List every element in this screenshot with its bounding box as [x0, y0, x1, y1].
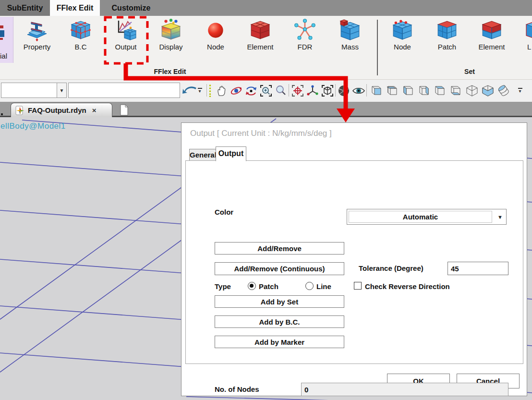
- ribbon-button-mass[interactable]: Mass: [329, 18, 371, 61]
- ribbon-button-label: ial: [0, 52, 13, 60]
- view-bottom-icon[interactable]: [449, 83, 463, 98]
- view-cylinder-icon[interactable]: [496, 83, 510, 98]
- fit-target-icon[interactable]: [290, 83, 304, 98]
- no-of-nodes-field: [301, 383, 508, 396]
- document-tab-active[interactable]: FAQ-Output.rdyn ×: [11, 103, 112, 117]
- cube-fit-icon[interactable]: [320, 83, 334, 98]
- render-aperture-icon[interactable]: [337, 83, 351, 98]
- ribbon-button-label: Property: [16, 43, 58, 51]
- application-window: SubEntity FFlex Edit Customize ial: [0, 0, 532, 400]
- view-front-icon[interactable]: [370, 83, 384, 98]
- ribbon-button-property[interactable]: Property: [16, 18, 58, 61]
- dialog-tab-general-label: General: [190, 151, 217, 159]
- add-by-marker-button[interactable]: Add by Marker: [215, 336, 344, 348]
- toolbar-combo-input[interactable]: [1, 83, 57, 98]
- ribbon-button-node[interactable]: Node: [195, 18, 236, 61]
- ribbon-button-label: Mass: [329, 43, 371, 51]
- pan-hand-icon[interactable]: [214, 83, 228, 98]
- element-red-cube-icon: [249, 18, 272, 41]
- ribbon-button-element[interactable]: Element: [240, 18, 281, 61]
- output-tab-panel: Color Automatic ▼ Add/Remove Add/Remove …: [185, 160, 523, 364]
- ribbon-button-label: B.C: [60, 43, 101, 51]
- ribbon-button-label: Patch: [426, 43, 468, 51]
- ribbon-button-label: Element: [471, 43, 512, 51]
- dropdown-arrow-icon: ▼: [497, 214, 503, 220]
- set-line-cube-icon: [524, 18, 532, 41]
- zoom-icon[interactable]: [274, 83, 288, 98]
- triad-icon[interactable]: [305, 83, 319, 98]
- display-rainbow-cube-icon: [159, 18, 182, 41]
- tab-fflex-edit[interactable]: FFlex Edit: [50, 0, 100, 16]
- toolbar-combo-dropdown-button[interactable]: ▼: [57, 83, 67, 98]
- material-icon: [0, 24, 7, 43]
- hidden-tab-indicator: [1, 113, 3, 115]
- toolbar-overflow-chevron-icon[interactable]: ▾: [517, 83, 523, 98]
- ribbon-button-set-element[interactable]: Element: [471, 18, 512, 61]
- view-iso-shaded-icon[interactable]: [481, 83, 495, 98]
- set-node-cube-icon: [391, 18, 414, 41]
- output-dialog: Output [ Current Unit : N/kg/mm/s/deg ] …: [181, 122, 527, 396]
- rdyn-file-icon: [15, 106, 24, 115]
- output-chart-cube-icon: [114, 18, 137, 41]
- fdr-star-icon: [293, 18, 316, 41]
- ribbon-button-set-patch[interactable]: Patch: [426, 18, 468, 61]
- type-label: Type: [215, 282, 231, 291]
- dialog-tab-output[interactable]: Output: [216, 146, 246, 161]
- add-by-bc-button[interactable]: Add by B.C.: [215, 315, 344, 328]
- undo-dropdown-chevron-icon[interactable]: ▾: [196, 83, 203, 98]
- type-radio-patch-label: Patch: [259, 282, 278, 291]
- ribbon: ial Property: [0, 16, 532, 80]
- blank-page-icon: [119, 104, 129, 116]
- ribbon-button-label: Node: [195, 43, 236, 51]
- color-label: Color: [215, 208, 233, 216]
- ribbon-button-label: L: [515, 43, 532, 51]
- ribbon-button-set-node[interactable]: Node: [382, 18, 423, 61]
- ribbon-button-label: Display: [150, 43, 192, 51]
- color-dropdown-value: Automatic: [349, 211, 492, 223]
- ribbon-button-bc[interactable]: B.C: [60, 18, 101, 61]
- check-reverse-direction-label: Check Reverse Direction: [365, 282, 450, 291]
- mass-cube-icon: [339, 18, 362, 41]
- tolerance-input[interactable]: [447, 262, 508, 275]
- ribbon-button-display[interactable]: Display: [150, 18, 192, 61]
- ribbon-button-set-line-partial[interactable]: L: [515, 18, 532, 61]
- type-radio-line[interactable]: [305, 282, 314, 290]
- add-by-set-button[interactable]: Add by Set: [215, 295, 344, 308]
- view-back-icon[interactable]: [386, 83, 399, 98]
- bc-mesh-cube-icon: [69, 18, 92, 41]
- quick-toolbar: ▼ ▾: [0, 80, 532, 103]
- document-tab-close-icon[interactable]: ×: [92, 106, 97, 114]
- ribbon-button-material-partial[interactable]: ial: [0, 17, 13, 63]
- tab-customize[interactable]: Customize: [100, 0, 162, 16]
- zoom-window-icon[interactable]: [259, 83, 273, 98]
- tab-subentity-label: SubEntity: [7, 4, 43, 12]
- ribbon-button-label: FDR: [284, 43, 326, 51]
- property-ibeam-icon: [25, 18, 48, 41]
- toolbar-command-input[interactable]: [68, 83, 180, 98]
- add-remove-continuous-button[interactable]: Add/Remove (Continuous): [215, 262, 344, 275]
- view-right-icon[interactable]: [417, 83, 431, 98]
- dialog-tab-output-label: Output: [218, 149, 243, 158]
- node-sphere-icon: [204, 18, 227, 41]
- rotate-icon[interactable]: [244, 83, 258, 98]
- ribbon-button-output[interactable]: Output: [105, 18, 146, 61]
- set-element-cube-icon: [480, 18, 503, 41]
- visibility-eye-icon[interactable]: [351, 83, 365, 98]
- ribbon-button-fdr[interactable]: FDR: [284, 18, 326, 61]
- toolbar-grip-handle[interactable]: [208, 83, 212, 98]
- type-radio-patch[interactable]: [248, 282, 256, 290]
- type-radio-line-label: Line: [316, 282, 331, 291]
- dialog-title: Output [ Current Unit : N/kg/mm/s/deg ]: [190, 129, 332, 138]
- view-iso-icon[interactable]: [465, 83, 479, 98]
- undo-arrow-icon[interactable]: [181, 83, 198, 98]
- check-reverse-direction-checkbox[interactable]: [354, 282, 362, 290]
- tab-subentity[interactable]: SubEntity: [0, 0, 50, 16]
- dialog-tab-general[interactable]: General: [189, 149, 216, 161]
- view-left-icon[interactable]: [401, 83, 415, 98]
- orbit-icon[interactable]: [229, 83, 243, 98]
- ribbon-button-label: Output: [105, 43, 146, 51]
- color-dropdown[interactable]: Automatic ▼: [347, 209, 507, 225]
- new-document-tab[interactable]: [119, 104, 131, 117]
- add-remove-button[interactable]: Add/Remove: [215, 242, 344, 255]
- view-top-icon[interactable]: [433, 83, 447, 98]
